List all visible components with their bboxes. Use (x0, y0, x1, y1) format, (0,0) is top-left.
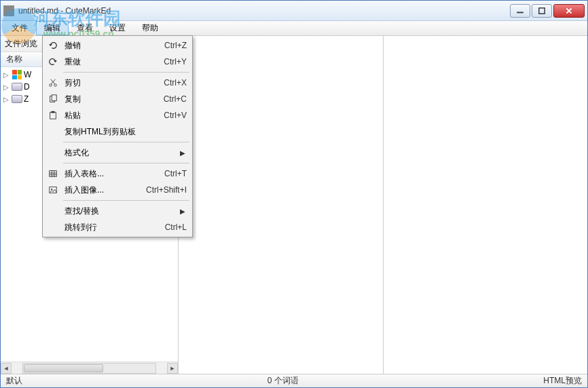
windows-icon (12, 69, 22, 80)
svg-line-6 (51, 79, 55, 84)
preview-pane (384, 36, 588, 374)
menu-help[interactable]: 帮助 (134, 21, 166, 35)
menu-edit[interactable]: 编辑 (36, 21, 69, 35)
menu-item-跳转到行[interactable]: 跳转到行Ctrl+L (44, 219, 191, 235)
undo-icon (45, 41, 60, 50)
menu-item-剪切[interactable]: 剪切Ctrl+X (44, 75, 191, 91)
tree-label: D (24, 82, 30, 92)
menu-shortcut: Ctrl+X (164, 78, 187, 88)
menu-item-格式化[interactable]: 格式化▶ (44, 144, 191, 161)
statusbar: 默认 0 个词语 HTML预览 (1, 374, 587, 387)
menu-item-label: 查找/替换 (60, 206, 180, 217)
menu-shortcut: Ctrl+V (164, 111, 187, 120)
menu-shortcut: Ctrl+Z (164, 41, 187, 50)
menu-item-label: 重做 (60, 56, 164, 68)
menu-item-label: 剪切 (60, 77, 164, 89)
menu-shortcut: Ctrl+Y (164, 57, 187, 66)
maximize-button[interactable] (532, 4, 552, 18)
menu-item-复制[interactable]: 复制Ctrl+C (44, 91, 191, 107)
minimize-button[interactable] (510, 4, 530, 18)
scroll-thumb[interactable] (24, 364, 103, 372)
close-button[interactable] (553, 4, 585, 18)
menu-shortcut: Ctrl+C (164, 94, 187, 104)
scroll-track[interactable] (22, 363, 156, 374)
svg-rect-11 (51, 111, 54, 113)
svg-rect-1 (539, 7, 545, 13)
svg-point-18 (51, 189, 52, 190)
submenu-arrow-icon: ▶ (180, 149, 187, 157)
menu-item-复制HTML到剪贴板[interactable]: 复制HTML到剪贴板 (44, 123, 191, 140)
svg-line-7 (51, 79, 55, 84)
menu-item-label: 跳转到行 (60, 222, 165, 233)
expand-icon[interactable]: ▷ (3, 71, 10, 79)
menu-view[interactable]: 查看 (69, 21, 101, 35)
menu-item-粘贴[interactable]: 粘贴Ctrl+V (44, 107, 191, 123)
menu-item-label: 撤销 (60, 40, 164, 52)
drive-icon (12, 94, 22, 104)
menu-shortcut: Ctrl+L (165, 222, 187, 232)
menu-settings[interactable]: 设置 (101, 21, 134, 35)
status-wordcount: 0 个词语 (28, 375, 538, 387)
svg-rect-10 (50, 113, 56, 119)
svg-point-4 (50, 84, 52, 87)
table-icon (45, 169, 60, 178)
menu-file[interactable]: 文件 (3, 21, 36, 35)
horizontal-scrollbar[interactable]: ◄ ► (1, 362, 178, 374)
expand-icon[interactable]: ▷ (3, 96, 10, 103)
menu-item-重做[interactable]: 重做Ctrl+Y (44, 54, 191, 70)
submenu-arrow-icon: ▶ (180, 208, 187, 215)
scroll-left-button[interactable]: ◄ (1, 363, 12, 374)
menu-item-插入表格...[interactable]: 插入表格...Ctrl+T (44, 166, 191, 182)
image-icon (45, 185, 60, 195)
menu-item-label: 复制 (60, 94, 164, 105)
drive-icon (12, 81, 22, 92)
editor-pane[interactable] (179, 36, 384, 374)
cut-icon (45, 78, 60, 88)
app-icon (3, 5, 14, 16)
tree-label: W (24, 70, 31, 79)
menu-separator (63, 142, 189, 142)
edit-menu-dropdown: 撤销Ctrl+Z重做Ctrl+Y剪切Ctrl+X复制Ctrl+C粘贴Ctrl+V… (42, 35, 193, 237)
menu-item-label: 复制HTML到剪贴板 (60, 126, 187, 138)
window-controls (510, 4, 585, 18)
menu-shortcut: Ctrl+T (164, 169, 187, 178)
svg-point-5 (54, 84, 57, 87)
redo-icon (45, 57, 60, 66)
menu-item-插入图像...[interactable]: 插入图像...Ctrl+Shift+I (44, 182, 191, 198)
svg-rect-9 (52, 95, 56, 101)
tree-label: Z (24, 94, 29, 104)
scroll-right-button[interactable]: ► (167, 363, 178, 374)
menu-separator (63, 163, 189, 163)
paste-icon (45, 111, 60, 120)
menu-item-查找/替换[interactable]: 查找/替换▶ (44, 203, 191, 219)
menu-item-label: 插入表格... (60, 168, 164, 180)
status-preview-mode[interactable]: HTML预览 (538, 375, 587, 387)
menu-item-label: 粘贴 (60, 110, 164, 121)
copy-icon (45, 94, 60, 104)
menu-separator (63, 72, 189, 73)
menubar: 文件 编辑 查看 设置 帮助 (1, 21, 587, 36)
expand-icon[interactable]: ▷ (3, 83, 10, 91)
window-title: untitled.md - CuteMarkEd (18, 6, 510, 16)
status-theme[interactable]: 默认 (1, 375, 28, 387)
menu-item-label: 插入图像... (60, 185, 146, 196)
menu-separator (63, 200, 189, 201)
menu-item-label: 格式化 (60, 147, 180, 159)
menu-shortcut: Ctrl+Shift+I (146, 185, 187, 195)
svg-rect-12 (50, 171, 57, 177)
menu-item-撤销[interactable]: 撤销Ctrl+Z (44, 37, 191, 54)
titlebar: untitled.md - CuteMarkEd (1, 1, 587, 21)
